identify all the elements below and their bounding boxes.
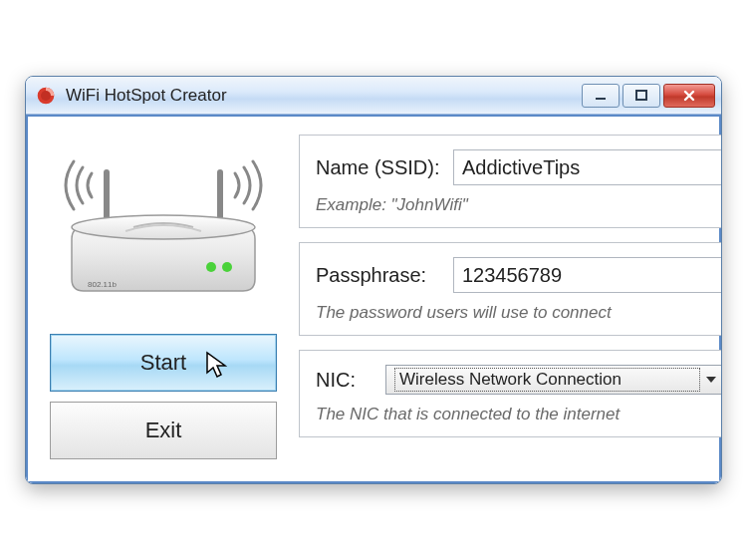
- window-title: WiFi HotSpot Creator: [66, 86, 582, 106]
- ssid-panel: Name (SSID): Example: "JohnWifi": [299, 135, 722, 228]
- passphrase-helper: The password users will use to connect: [316, 303, 722, 323]
- app-icon: [36, 86, 56, 106]
- minimize-button[interactable]: [582, 84, 620, 108]
- content-area: 802.11b Start: [26, 115, 721, 483]
- start-button[interactable]: Start: [50, 334, 277, 392]
- cursor-icon: [205, 351, 231, 387]
- svg-text:802.11b: 802.11b: [88, 280, 117, 289]
- ssid-helper: Example: "JohnWifi": [316, 195, 722, 215]
- ssid-input[interactable]: [453, 149, 722, 185]
- svg-point-6: [72, 215, 255, 239]
- passphrase-panel: Passphrase: The password users will use …: [299, 242, 722, 336]
- nic-dropdown[interactable]: Wireless Network Connection: [385, 365, 722, 395]
- passphrase-input[interactable]: [453, 257, 722, 293]
- left-column: 802.11b Start: [50, 135, 277, 459]
- passphrase-label: Passphrase:: [316, 264, 443, 287]
- exit-button[interactable]: Exit: [50, 402, 277, 459]
- svg-point-1: [41, 91, 51, 101]
- svg-rect-2: [596, 98, 606, 100]
- app-window: WiFi HotSpot Creator: [25, 76, 722, 484]
- title-bar: WiFi HotSpot Creator: [26, 77, 721, 115]
- nic-label: NIC:: [316, 369, 375, 392]
- close-button[interactable]: [663, 84, 715, 108]
- router-icon: 802.11b: [50, 135, 277, 324]
- maximize-button[interactable]: [622, 84, 660, 108]
- ssid-label: Name (SSID):: [316, 156, 443, 179]
- nic-helper: The NIC that is connected to the interne…: [316, 405, 722, 424]
- svg-point-8: [222, 262, 232, 272]
- nic-panel: NIC: Wireless Network Connection The NIC…: [299, 350, 722, 437]
- window-controls: [582, 84, 715, 108]
- svg-point-7: [206, 262, 216, 272]
- chevron-down-icon: [706, 377, 716, 383]
- right-column: Name (SSID): Example: "JohnWifi" Passphr…: [299, 135, 722, 459]
- exit-button-label: Exit: [145, 418, 182, 443]
- svg-rect-3: [636, 91, 646, 100]
- nic-selected: Wireless Network Connection: [394, 368, 700, 392]
- start-button-label: Start: [140, 350, 186, 376]
